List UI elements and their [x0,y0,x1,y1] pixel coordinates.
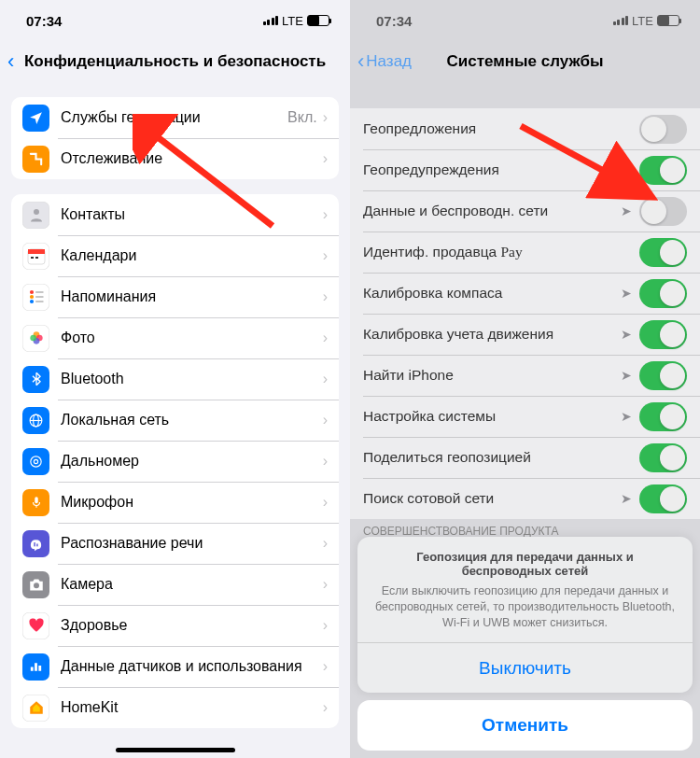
privacy-screen: 07:34 LTE ‹ Конфиденциальность и безопас… [0,0,350,758]
toggle-row: Геопредупреждения➤ [350,149,700,190]
toggle-switch[interactable] [639,197,687,226]
toggle-switch[interactable] [639,443,687,472]
row-homekit[interactable]: HomeKit› [11,687,339,728]
health-icon [22,612,49,639]
alert-title: Геопозиция для передачи данных и беспров… [372,550,678,578]
row-mic[interactable]: Микрофон› [11,482,339,523]
row-label: Геопредупреждения [363,161,621,178]
bluetooth-icon [22,366,49,393]
svg-rect-10 [35,301,43,302]
navbar: ‹ Конфиденциальность и безопасность [0,41,350,82]
status-right: LTE [613,14,679,28]
row-label: Локальная сеть [61,412,323,428]
status-bar: 07:34 LTE [0,0,350,41]
location-arrow-icon: ➤ [621,286,632,301]
svg-point-24 [34,583,39,588]
toggle-row: Поделиться геопозицией [350,437,700,478]
toggle-switch[interactable] [639,402,687,431]
row-calendar[interactable]: Календари› [11,235,339,276]
toggle-switch[interactable] [639,320,687,349]
chevron-right-icon: › [323,206,328,223]
list-group-apps: Контакты›Календари›Напоминания›Фото›Blue… [11,194,339,728]
row-sensors[interactable]: Данные датчиков и использования› [11,646,339,687]
row-label: Идентиф. продавца Pay [363,244,639,260]
row-label: Фото [61,330,323,346]
back-button[interactable]: ‹ [7,49,14,74]
row-label: Распознавание речи [61,535,323,552]
row-label: Найти iPhone [363,367,621,384]
row-camera[interactable]: Камера› [11,564,339,605]
row-health[interactable]: Здоровье› [11,605,339,646]
svg-point-18 [31,456,41,466]
row-tracking[interactable]: Отслеживание › [11,138,339,179]
location-arrow-icon: ➤ [621,491,632,506]
camera-icon [22,571,49,598]
row-localnet[interactable]: Локальная сеть› [11,400,339,441]
toggle-switch[interactable] [639,361,687,390]
row-label: Службы геолокации [61,109,287,126]
page-title: Конфиденциальность и безопасность [0,52,350,71]
alert-action-button[interactable]: Выключить [357,642,693,693]
svg-point-6 [29,295,33,299]
toggle-switch[interactable] [639,279,687,308]
row-label: Камера [61,576,323,593]
row-reminders[interactable]: Напоминания› [11,276,339,317]
svg-point-0 [34,209,39,215]
sensors-icon [22,653,49,681]
toggle-switch[interactable] [639,484,687,513]
network-label: LTE [632,14,653,28]
row-label: Дальномер [61,453,323,470]
row-bluetooth[interactable]: Bluetooth› [11,358,339,400]
row-speech[interactable]: Распознавание речи› [11,523,339,564]
toggle-row: Поиск сотовой сети➤ [350,478,700,519]
svg-rect-8 [35,291,43,293]
svg-point-5 [29,290,33,294]
chevron-right-icon: › [323,288,328,305]
toggle-row: Идентиф. продавца Pay [350,232,700,273]
signal-icon [263,16,279,25]
mic-icon [22,489,49,516]
measure-icon [22,448,49,475]
row-label: Микрофон [61,494,323,511]
row-contacts[interactable]: Контакты› [11,194,339,235]
row-photos[interactable]: Фото› [11,317,339,358]
alert-body: Геопозиция для передачи данных и беспров… [357,537,693,642]
chevron-right-icon: › [323,330,328,346]
row-label: Напоминания [61,288,323,305]
status-time: 07:34 [26,13,62,29]
toggle-row: Калибровка компаса➤ [350,273,700,314]
location-arrow-icon: ➤ [621,327,632,342]
row-location-services[interactable]: Службы геолокации Вкл. › [11,97,339,138]
svg-rect-3 [31,257,34,259]
alert-message: Если выключить геопозицию для передачи д… [372,583,678,631]
toggle-switch[interactable] [639,238,687,267]
toggle-switch[interactable] [639,115,687,144]
svg-rect-4 [35,257,38,259]
toggle-row: Настройка системы➤ [350,396,700,437]
chevron-right-icon: › [323,658,328,675]
svg-point-14 [30,335,36,342]
row-label: Поделиться геопозицией [363,449,639,466]
svg-rect-20 [35,497,38,503]
row-label: Геопредложения [363,120,639,137]
svg-rect-23 [36,543,37,546]
row-label: Отслеживание [61,150,323,167]
row-label: HomeKit [61,699,323,716]
status-time: 07:34 [376,13,412,29]
svg-rect-2 [28,249,45,254]
row-measure[interactable]: Дальномер› [11,441,339,482]
location-arrow-icon: ➤ [621,162,632,177]
back-button[interactable]: ‹Назад [357,49,412,74]
location-arrow-icon: ➤ [621,368,632,383]
row-label: Поиск сотовой сети [363,490,621,507]
row-label: Калибровка компаса [363,285,621,302]
reminders-icon [22,284,49,311]
chevron-left-icon: ‹ [357,49,364,74]
toggle-switch[interactable] [639,156,687,185]
chevron-right-icon: › [323,371,328,387]
status-right: LTE [263,14,329,28]
svg-point-19 [34,459,37,463]
calendar-icon [22,243,49,270]
chevron-right-icon: › [323,412,328,428]
alert-cancel-button[interactable]: Отменить [357,700,693,751]
